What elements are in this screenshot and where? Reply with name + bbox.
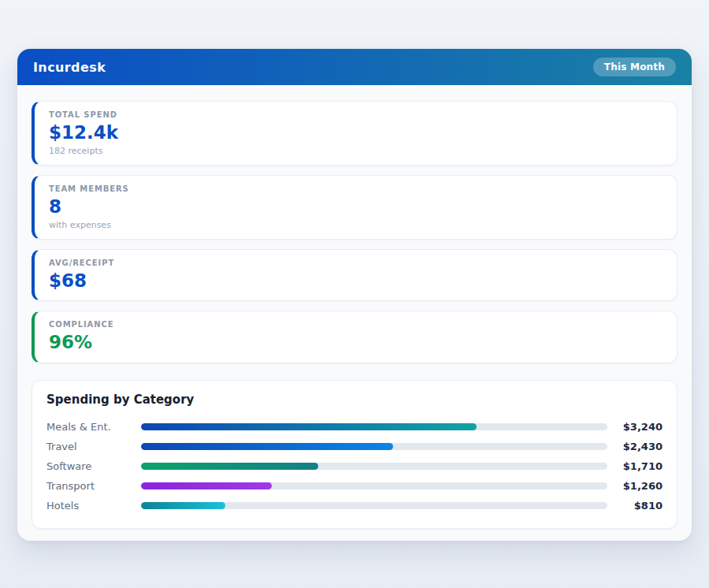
bar-category-label: Travel	[46, 441, 141, 452]
stat-label: COMPLIANCE	[49, 320, 663, 329]
period-badge[interactable]: This Month	[593, 58, 676, 76]
stat-value: 96%	[49, 331, 663, 354]
bar-fill-transport	[141, 482, 272, 489]
bar-track	[141, 463, 607, 470]
bar-value-label: $1,710	[607, 460, 663, 472]
bar-row-transport: Transport $1,260	[46, 476, 663, 496]
bar-category-label: Transport	[46, 480, 141, 492]
stat-label: TEAM MEMBERS	[49, 184, 663, 193]
stat-value: $12.4k	[49, 121, 663, 144]
app-title: Incurdesk	[33, 60, 106, 75]
app-window: Incurdesk This Month TOTAL SPEND $12.4k …	[17, 49, 692, 541]
stat-card-total-spend: TOTAL SPEND $12.4k 182 receipts	[32, 101, 677, 166]
stat-card-avg-receipt: AVG/RECEIPT $68	[32, 249, 677, 302]
app-header: Incurdesk This Month	[17, 49, 692, 85]
bar-value-label: $3,240	[607, 421, 663, 433]
bar-row-meals: Meals & Ent. $3,240	[46, 417, 663, 437]
bar-category-label: Hotels	[46, 500, 141, 512]
bar-value-label: $2,430	[607, 441, 663, 452]
bar-row-travel: Travel $2,430	[46, 437, 663, 456]
bar-fill-software	[141, 463, 318, 470]
bar-category-label: Software	[46, 460, 141, 472]
stat-card-team-members: TEAM MEMBERS 8 with expenses	[32, 175, 677, 240]
bar-value-label: $1,260	[607, 480, 663, 492]
spending-chart-card: Spending by Category Meals & Ent. $3,240…	[32, 380, 677, 529]
stat-sub: 182 receipts	[49, 146, 663, 156]
bar-category-label: Meals & Ent.	[46, 421, 141, 433]
stat-card-compliance: COMPLIANCE 96%	[32, 311, 677, 363]
app-body: TOTAL SPEND $12.4k 182 receipts TEAM MEM…	[17, 85, 692, 543]
stat-value: $68	[49, 270, 663, 292]
bar-fill-hotels	[141, 502, 225, 509]
bar-track	[141, 482, 607, 489]
chart-title: Spending by Category	[46, 393, 663, 407]
bar-fill-travel	[141, 443, 393, 450]
bar-track	[141, 423, 607, 430]
bar-row-software: Software $1,710	[46, 456, 663, 476]
stat-sub: with expenses	[49, 220, 663, 230]
bar-track	[141, 502, 607, 509]
stat-label: AVG/RECEIPT	[49, 259, 663, 267]
stat-value: 8	[49, 195, 663, 218]
bar-value-label: $810	[607, 500, 663, 512]
bar-fill-meals	[141, 423, 477, 430]
stat-label: TOTAL SPEND	[49, 110, 663, 119]
bar-row-hotels: Hotels $810	[46, 496, 663, 515]
bar-track	[141, 443, 607, 450]
